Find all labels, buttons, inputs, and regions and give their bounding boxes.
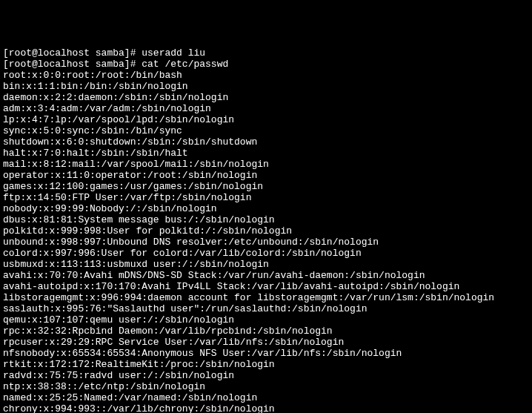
shell-prompt: [root@localhost samba]# xyxy=(3,59,142,70)
terminal-line: ntp:x:38:38::/etc/ntp:/sbin/nologin xyxy=(3,381,529,392)
shell-prompt: [root@localhost samba]# xyxy=(3,47,142,59)
terminal-line: games:x:12:100:games:/usr/games:/sbin/no… xyxy=(3,181,529,192)
terminal-line: root:x:0:0:root:/root:/bin/bash xyxy=(3,70,529,81)
terminal-line: qemu:x:107:107:qemu user:/:/sbin/nologin xyxy=(3,314,529,326)
terminal-line: libstoragemgmt:x:996:994:daemon account … xyxy=(3,292,529,303)
terminal-line: named:x:25:25:Named:/var/named:/sbin/nol… xyxy=(3,392,529,403)
passwd-entry: unbound:x:998:997:Unbound DNS resolver:/… xyxy=(3,237,379,248)
passwd-entry: colord:x:997:996:User for colord:/var/li… xyxy=(3,248,362,259)
passwd-entry: avahi-autoipd:x:170:170:Avahi IPv4LL Sta… xyxy=(3,281,459,292)
passwd-entry: dbus:x:81:81:System message bus:/:/sbin/… xyxy=(3,214,275,225)
passwd-entry: operator:x:11:0:operator:/root:/sbin/nol… xyxy=(3,170,257,181)
passwd-entry: radvd:x:75:75:radvd user:/:/sbin/nologin xyxy=(3,370,234,381)
terminal-line: shutdown:x:6:0:shutdown:/sbin:/sbin/shut… xyxy=(3,136,529,148)
passwd-entry: bin:x:1:1:bin:/bin:/sbin/nologin xyxy=(3,81,188,92)
terminal-line: adm:x:3:4:adm:/var/adm:/sbin/nologin xyxy=(3,103,529,114)
terminal-line: [root@localhost samba]# cat /etc/passwd xyxy=(3,59,529,70)
passwd-entry: lp:x:4:7:lp:/var/spool/lpd:/sbin/nologin xyxy=(3,114,234,125)
terminal-line: operator:x:11:0:operator:/root:/sbin/nol… xyxy=(3,170,529,181)
terminal-line: colord:x:997:996:User for colord:/var/li… xyxy=(3,248,529,259)
terminal-line: daemon:x:2:2:daemon:/sbin:/sbin/nologin xyxy=(3,92,529,103)
passwd-entry: halt:x:7:0:halt:/sbin:/sbin/halt xyxy=(3,148,188,159)
passwd-entry: adm:x:3:4:adm:/var/adm:/sbin/nologin xyxy=(3,103,211,114)
passwd-entry: libstoragemgmt:x:996:994:daemon account … xyxy=(3,292,494,303)
passwd-entry: ftp:x:14:50:FTP User:/var/ftp:/sbin/nolo… xyxy=(3,192,251,203)
passwd-entry: shutdown:x:6:0:shutdown:/sbin:/sbin/shut… xyxy=(3,136,257,148)
terminal-line: [root@localhost samba]# useradd liu xyxy=(3,47,529,59)
terminal-line: nobody:x:99:99:Nobody:/:/sbin/nologin xyxy=(3,203,529,214)
terminal-line: lp:x:4:7:lp:/var/spool/lpd:/sbin/nologin xyxy=(3,114,529,125)
terminal-line: sync:x:5:0:sync:/sbin:/bin/sync xyxy=(3,125,529,136)
command-input: cat /etc/passwd xyxy=(142,59,228,70)
passwd-entry: games:x:12:100:games:/usr/games:/sbin/no… xyxy=(3,181,263,192)
passwd-entry: saslauth:x:995:76:"Saslauthd user":/run/… xyxy=(3,303,367,314)
passwd-entry: rtkit:x:172:172:RealtimeKit:/proc:/sbin/… xyxy=(3,359,275,370)
terminal-line: avahi-autoipd:x:170:170:Avahi IPv4LL Sta… xyxy=(3,281,529,292)
passwd-entry: mail:x:8:12:mail:/var/spool/mail:/sbin/n… xyxy=(3,159,269,170)
passwd-entry: daemon:x:2:2:daemon:/sbin:/sbin/nologin xyxy=(3,92,228,103)
terminal-line: dbus:x:81:81:System message bus:/:/sbin/… xyxy=(3,214,529,225)
command-input: useradd liu xyxy=(142,47,205,59)
passwd-entry: usbmuxd:x:113:113:usbmuxd user:/:/sbin/n… xyxy=(3,259,269,270)
terminal-line: usbmuxd:x:113:113:usbmuxd user:/:/sbin/n… xyxy=(3,259,529,270)
passwd-entry: avahi:x:70:70:Avahi mDNS/DNS-SD Stack:/v… xyxy=(3,270,425,281)
terminal-line: polkitd:x:999:998:User for polkitd:/:/sb… xyxy=(3,225,529,237)
terminal-line: mail:x:8:12:mail:/var/spool/mail:/sbin/n… xyxy=(3,159,529,170)
passwd-entry: nfsnobody:x:65534:65534:Anonymous NFS Us… xyxy=(3,348,402,359)
terminal-line: avahi:x:70:70:Avahi mDNS/DNS-SD Stack:/v… xyxy=(3,270,529,281)
terminal-line: chrony:x:994:993::/var/lib/chrony:/sbin/… xyxy=(3,403,529,413)
terminal-line: radvd:x:75:75:radvd user:/:/sbin/nologin xyxy=(3,370,529,381)
terminal-line: nfsnobody:x:65534:65534:Anonymous NFS Us… xyxy=(3,348,529,359)
terminal-output[interactable]: [root@localhost samba]# useradd liu[root… xyxy=(3,47,529,413)
passwd-entry: named:x:25:25:Named:/var/named:/sbin/nol… xyxy=(3,392,257,403)
passwd-entry: root:x:0:0:root:/root:/bin/bash xyxy=(3,70,182,81)
passwd-entry: rpcuser:x:29:29:RPC Service User:/var/li… xyxy=(3,337,344,348)
passwd-entry: sync:x:5:0:sync:/sbin:/bin/sync xyxy=(3,125,182,136)
passwd-entry: polkitd:x:999:998:User for polkitd:/:/sb… xyxy=(3,225,292,237)
terminal-line: unbound:x:998:997:Unbound DNS resolver:/… xyxy=(3,237,529,248)
terminal-line: rpcuser:x:29:29:RPC Service User:/var/li… xyxy=(3,337,529,348)
terminal-line: halt:x:7:0:halt:/sbin:/sbin/halt xyxy=(3,148,529,159)
passwd-entry: ntp:x:38:38::/etc/ntp:/sbin/nologin xyxy=(3,381,205,392)
passwd-entry: qemu:x:107:107:qemu user:/:/sbin/nologin xyxy=(3,314,234,326)
terminal-line: rtkit:x:172:172:RealtimeKit:/proc:/sbin/… xyxy=(3,359,529,370)
terminal-line: rpc:x:32:32:Rpcbind Daemon:/var/lib/rpcb… xyxy=(3,326,529,337)
passwd-entry: nobody:x:99:99:Nobody:/:/sbin/nologin xyxy=(3,203,217,214)
terminal-line: bin:x:1:1:bin:/bin:/sbin/nologin xyxy=(3,81,529,92)
passwd-entry: rpc:x:32:32:Rpcbind Daemon:/var/lib/rpcb… xyxy=(3,326,333,337)
terminal-line: ftp:x:14:50:FTP User:/var/ftp:/sbin/nolo… xyxy=(3,192,529,203)
passwd-entry: chrony:x:994:993::/var/lib/chrony:/sbin/… xyxy=(3,403,275,413)
terminal-line: saslauth:x:995:76:"Saslauthd user":/run/… xyxy=(3,303,529,314)
